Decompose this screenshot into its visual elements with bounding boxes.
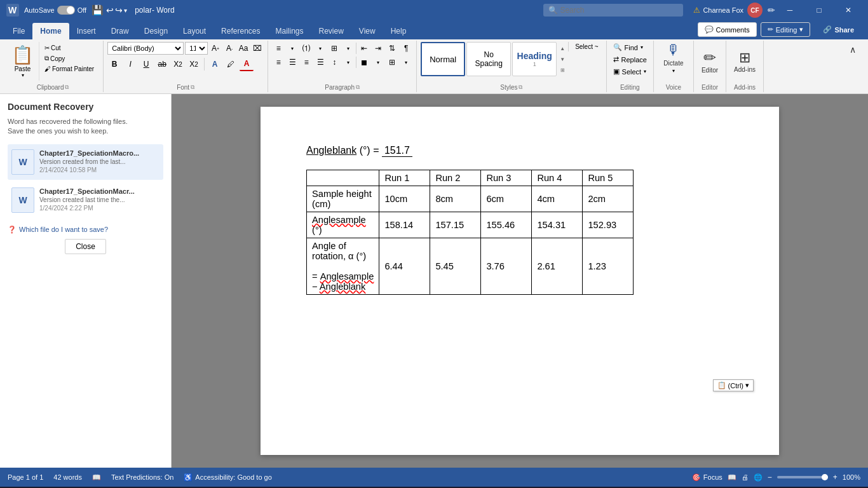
- tab-help[interactable]: Help: [383, 23, 414, 39]
- font-grow-button[interactable]: A+: [209, 42, 222, 55]
- dictate-button[interactable]: 🎙 Dictate ▾: [658, 42, 689, 74]
- align-right-button[interactable]: ≡: [300, 56, 313, 69]
- increase-indent-button[interactable]: ⇥: [372, 42, 384, 55]
- close-button[interactable]: Close: [65, 239, 106, 254]
- paragraph-expand-icon[interactable]: ⧉: [356, 84, 360, 91]
- align-center-button[interactable]: ☰: [286, 56, 299, 69]
- format-painter-button[interactable]: 🖌 Format Painter: [42, 64, 97, 74]
- borders-chevron[interactable]: ▾: [400, 56, 412, 69]
- language-icon[interactable]: 📖: [92, 473, 101, 482]
- superscript-button[interactable]: X2: [187, 57, 201, 71]
- editor-button[interactable]: ✏ Editor: [698, 42, 722, 80]
- quick-access-more[interactable]: ▾: [124, 7, 127, 14]
- highlight-button[interactable]: 🖊: [224, 57, 238, 71]
- shading-button[interactable]: ◼: [358, 56, 370, 69]
- close-button[interactable]: ✕: [834, 0, 863, 20]
- tab-mailings[interactable]: Mailings: [268, 23, 311, 39]
- web-layout-button[interactable]: 🌐: [754, 473, 763, 482]
- cut-button[interactable]: ✂ Cut: [42, 43, 97, 53]
- tab-design[interactable]: Design: [137, 23, 175, 39]
- subscript-button[interactable]: X2: [171, 57, 185, 71]
- redo-icon[interactable]: ↪: [115, 5, 123, 15]
- bullets-button[interactable]: ≡: [272, 42, 285, 55]
- styles-scroll-down[interactable]: ▼: [558, 54, 567, 64]
- tab-review[interactable]: Review: [311, 23, 351, 39]
- accessibility-status[interactable]: ♿ Accessibility: Good to go: [184, 473, 271, 482]
- word-count[interactable]: 42 words: [53, 473, 82, 481]
- multilevel-chevron[interactable]: ▾: [342, 42, 355, 55]
- tab-view[interactable]: View: [351, 23, 383, 39]
- select-button[interactable]: Select ~: [571, 42, 602, 51]
- text-predictions[interactable]: Text Predictions: On: [111, 473, 173, 481]
- tab-home[interactable]: Home: [32, 23, 69, 39]
- read-mode-button[interactable]: 📖: [728, 473, 736, 482]
- autosave-toggle[interactable]: [57, 6, 75, 15]
- line-spacing-button[interactable]: ↕: [328, 56, 341, 69]
- avatar[interactable]: CF: [747, 3, 763, 18]
- tab-references[interactable]: References: [214, 23, 268, 39]
- style-normal[interactable]: Normal: [421, 42, 465, 76]
- pen-icon[interactable]: ✏: [768, 5, 775, 15]
- save-icon[interactable]: 💾: [92, 4, 104, 16]
- focus-button[interactable]: 🎯 Focus: [692, 473, 722, 482]
- styles-scroll-more[interactable]: ⊞: [558, 65, 567, 75]
- decrease-indent-button[interactable]: ⇤: [358, 42, 370, 55]
- multilevel-button[interactable]: ⊞: [328, 42, 341, 55]
- font-family-select[interactable]: Calibri (Body): [107, 42, 184, 55]
- addins-button[interactable]: ⊞ Add-ins: [730, 42, 759, 80]
- minimize-button[interactable]: ─: [775, 0, 804, 20]
- page-info[interactable]: Page 1 of 1: [8, 473, 43, 481]
- justify-button[interactable]: ☰: [314, 56, 327, 69]
- which-file-link[interactable]: ❓ Which file do I want to save?: [8, 226, 163, 234]
- document-area[interactable]: Angleblank (°) = 151.7 Run 1 Run 2 Run 3…: [172, 94, 868, 468]
- underline-button[interactable]: U: [139, 57, 153, 71]
- bullets-chevron[interactable]: ▾: [286, 42, 299, 55]
- replace-button[interactable]: ⇄ Replace: [611, 54, 649, 65]
- numbering-button[interactable]: ⑴: [300, 42, 313, 55]
- clear-format-button[interactable]: ⌧: [251, 42, 264, 55]
- tab-layout[interactable]: Layout: [175, 23, 214, 39]
- font-size-select[interactable]: 11: [185, 42, 208, 55]
- change-case-button[interactable]: Aa: [237, 42, 250, 55]
- bold-button[interactable]: B: [107, 57, 121, 71]
- style-heading1[interactable]: Heading 1: [512, 42, 557, 76]
- share-button[interactable]: 🔗 Share: [814, 23, 863, 36]
- sort-button[interactable]: ⇅: [386, 42, 398, 55]
- collapse-ribbon-button[interactable]: ∧: [843, 43, 863, 56]
- show-paragraph-button[interactable]: ¶: [400, 42, 412, 55]
- line-spacing-chevron[interactable]: ▾: [342, 56, 355, 69]
- copy-button[interactable]: ⧉ Copy: [42, 53, 97, 64]
- ctrl-popup[interactable]: 📋 (Ctrl) ▾: [713, 379, 754, 391]
- recovery-file-1[interactable]: W Chapter17_SpeciationMacro... Version c…: [8, 144, 163, 180]
- font-shrink-button[interactable]: A-: [223, 42, 236, 55]
- tab-insert[interactable]: Insert: [69, 23, 104, 39]
- zoom-in-button[interactable]: +: [833, 473, 837, 482]
- align-left-button[interactable]: ≡: [272, 56, 285, 69]
- tab-file[interactable]: File: [5, 23, 32, 39]
- find-button[interactable]: 🔍 Find ▾: [611, 42, 649, 53]
- select-button[interactable]: ▣ Select ▾: [611, 66, 649, 77]
- strikethrough-button[interactable]: ab: [155, 57, 169, 71]
- numbering-chevron[interactable]: ▾: [314, 42, 327, 55]
- styles-expand-icon[interactable]: ⧉: [519, 84, 522, 91]
- zoom-out-button[interactable]: −: [768, 473, 772, 482]
- paste-button[interactable]: 📋 Paste ▾: [6, 42, 39, 81]
- maximize-button[interactable]: □: [804, 0, 834, 20]
- style-no-spacing[interactable]: No Spacing: [466, 42, 511, 76]
- print-layout-button[interactable]: 🖨: [742, 473, 749, 481]
- zoom-slider[interactable]: [777, 476, 828, 478]
- clipboard-expand-icon[interactable]: ⧉: [65, 84, 69, 91]
- comments-button[interactable]: 💬 Comments: [698, 22, 757, 37]
- search-input[interactable]: [543, 4, 683, 17]
- italic-button[interactable]: I: [123, 57, 137, 71]
- styles-scroll-up[interactable]: ▲: [558, 43, 567, 53]
- undo-icon[interactable]: ↩: [106, 5, 114, 15]
- zoom-level[interactable]: 100%: [843, 473, 860, 481]
- font-expand-icon[interactable]: ⧉: [191, 84, 194, 91]
- tab-draw[interactable]: Draw: [104, 23, 137, 39]
- editing-dropdown[interactable]: ✏ Editing ▾: [761, 22, 811, 37]
- text-effects-button[interactable]: A: [208, 57, 222, 71]
- borders-button[interactable]: ⊞: [386, 56, 398, 69]
- shading-chevron[interactable]: ▾: [372, 56, 384, 69]
- font-color-button[interactable]: A: [240, 57, 254, 71]
